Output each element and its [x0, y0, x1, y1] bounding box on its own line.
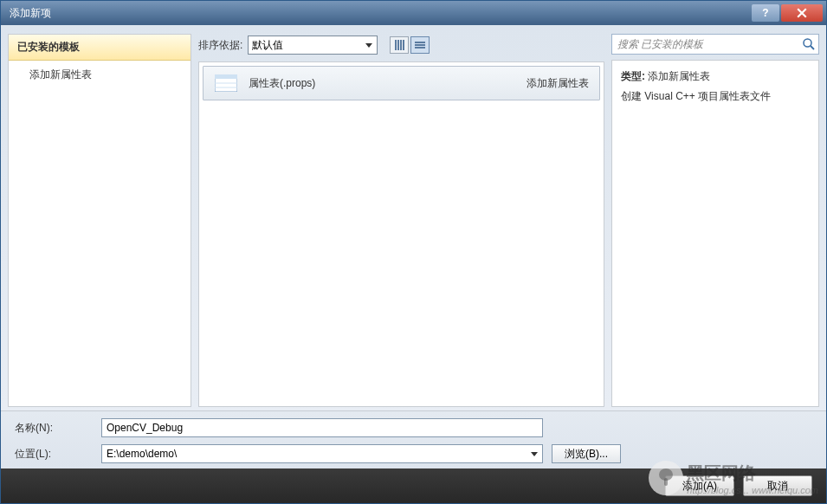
- upper-pane: 已安装的模板 添加新属性表 排序依据:: [1, 25, 826, 410]
- small-icons-icon: [395, 40, 404, 50]
- close-button[interactable]: [781, 4, 823, 22]
- sidebar-item-property-sheet[interactable]: 添加新属性表: [9, 61, 191, 89]
- sort-select-wrap: [248, 36, 378, 55]
- location-combo-wrap: [101, 444, 543, 463]
- details-pane: 类型: 添加新属性表 创建 Visual C++ 项目属性表文件: [611, 60, 819, 407]
- template-list[interactable]: 属性表(.props) 添加新属性表: [198, 61, 604, 407]
- browse-button[interactable]: 浏览(B)...: [552, 444, 621, 463]
- location-label: 位置(L):: [15, 447, 93, 462]
- location-row: 位置(L): 浏览(B)...: [15, 444, 812, 463]
- search-input[interactable]: [611, 34, 819, 55]
- titlebar: 添加新项 ?: [1, 1, 826, 25]
- add-button[interactable]: 添加(A): [665, 475, 734, 496]
- sidebar: 已安装的模板 添加新属性表: [8, 34, 191, 407]
- sort-select[interactable]: [248, 36, 378, 55]
- help-button[interactable]: ?: [752, 4, 779, 22]
- main-content: 已安装的模板 添加新属性表 排序依据:: [1, 25, 826, 503]
- close-icon: [797, 8, 807, 18]
- template-name: 属性表(.props): [249, 76, 527, 91]
- center-column: 排序依据:: [198, 34, 604, 407]
- details-type-value: 添加新属性表: [648, 70, 710, 82]
- name-row: 名称(N):: [15, 418, 812, 437]
- view-toggle: [390, 36, 430, 54]
- location-input[interactable]: [101, 444, 543, 463]
- details-type-label: 类型:: [621, 70, 645, 82]
- titlebar-controls: ?: [752, 4, 823, 22]
- sort-row: 排序依据:: [198, 34, 604, 56]
- template-item-property-sheet[interactable]: 属性表(.props) 添加新属性表: [203, 66, 600, 100]
- cancel-button[interactable]: 取消: [743, 475, 812, 496]
- svg-rect-1: [215, 74, 237, 79]
- svg-point-4: [804, 39, 811, 47]
- list-icon: [415, 42, 425, 48]
- svg-line-5: [811, 46, 814, 49]
- sidebar-header: 已安装的模板: [9, 35, 191, 61]
- search-wrap: [611, 34, 819, 55]
- template-type: 添加新属性表: [527, 76, 589, 91]
- sort-label: 排序依据:: [198, 38, 242, 53]
- property-sheet-icon: [214, 74, 238, 93]
- form-area: 名称(N): 位置(L): 浏览(B)...: [1, 410, 826, 468]
- view-small-icons-button[interactable]: [390, 36, 409, 54]
- dialog-window: 添加新项 ? 已安装的模板 添加新属性表 排序依据:: [0, 0, 827, 504]
- footer: 添加(A) 取消: [1, 468, 826, 503]
- name-input[interactable]: [101, 418, 543, 437]
- details-type-row: 类型: 添加新属性表: [621, 69, 810, 84]
- right-pane: 类型: 添加新属性表 创建 Visual C++ 项目属性表文件: [611, 34, 819, 407]
- name-label: 名称(N):: [15, 421, 93, 436]
- window-title: 添加新项: [10, 6, 752, 21]
- view-list-button[interactable]: [410, 36, 430, 54]
- details-description: 创建 Visual C++ 项目属性表文件: [621, 89, 810, 104]
- search-icon[interactable]: [802, 37, 816, 51]
